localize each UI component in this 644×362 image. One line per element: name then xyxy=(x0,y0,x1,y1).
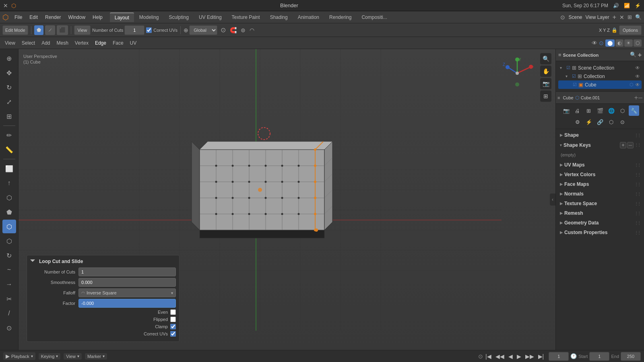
menu-help[interactable]: Help xyxy=(89,13,106,21)
smooth-tool[interactable]: ~ xyxy=(2,263,16,277)
prop-render-icon[interactable]: 📷 xyxy=(561,105,572,116)
even-checkbox[interactable] xyxy=(170,309,176,315)
workspace-tab-rendering[interactable]: Rendering xyxy=(324,13,356,22)
viewport-camera[interactable]: 📷 xyxy=(540,78,551,89)
add-scene-icon[interactable]: + xyxy=(613,14,616,21)
num-cuts-panel-input[interactable] xyxy=(78,267,176,276)
edge-slide-tool[interactable]: → xyxy=(2,278,16,291)
viewport-hand[interactable]: ✋ xyxy=(540,66,551,77)
rendered-shading-icon[interactable]: ☀ xyxy=(624,39,633,47)
prop-header-shape[interactable]: ▶ Shape xyxy=(557,131,642,140)
prop-scene-icon[interactable]: 🎬 xyxy=(595,105,605,116)
prop-particle-icon[interactable]: ⚙ xyxy=(572,117,583,127)
viewport-magnify[interactable]: 🔍 xyxy=(540,53,551,64)
overlay-icon[interactable]: ⊙ xyxy=(599,40,604,46)
h2-face[interactable]: Face xyxy=(110,39,126,47)
prop-header-face-maps[interactable]: ▶ Face Maps xyxy=(557,180,642,189)
cube-checkbox[interactable]: ☑ xyxy=(573,82,577,87)
add-mesh-tool[interactable]: ⬜ xyxy=(2,162,16,175)
prop-object-icon[interactable]: ⬡ xyxy=(617,105,628,116)
workspace-tab-uv-editing[interactable]: UV Editing xyxy=(194,13,227,22)
mesh-select-edge[interactable]: ⟋ xyxy=(45,25,55,35)
rendered-full-icon[interactable]: ⬡ xyxy=(634,39,642,47)
keying-menu[interactable]: Keying ▾ xyxy=(39,353,61,360)
transform-tool[interactable]: ⊞ xyxy=(2,109,16,123)
loop-cut-tool[interactable]: ⬡ xyxy=(2,220,16,233)
camera-view-icon[interactable]: 👁 xyxy=(592,40,597,46)
prop-constraint-icon[interactable]: 🔗 xyxy=(595,117,605,127)
workspace-tab-shading[interactable]: Shading xyxy=(265,13,293,22)
play-btn[interactable]: ▶ xyxy=(515,352,523,360)
h2-view[interactable]: View xyxy=(2,39,18,47)
next-frame-btn[interactable]: ▶▶ xyxy=(524,352,536,360)
h2-add[interactable]: Add xyxy=(39,39,52,47)
prop-header-uv-maps[interactable]: ▶ UV Maps xyxy=(557,160,642,169)
prop-header-vertex-colors[interactable]: ▶ Vertex Colors xyxy=(557,170,642,179)
to-sphere-tool[interactable]: ⊙ xyxy=(2,321,16,335)
current-frame[interactable] xyxy=(549,352,569,361)
solid-shading-icon[interactable]: ⬤ xyxy=(605,39,615,47)
close-button[interactable]: ✕ xyxy=(3,2,8,9)
mesh-select-face[interactable]: ⬛ xyxy=(57,25,68,35)
correct-uvs-checkbox[interactable] xyxy=(146,27,152,33)
tree-scene-collection[interactable]: ▾ ☑ ⊞ Scene Collection 👁 xyxy=(558,64,642,72)
h2-edge[interactable]: Edge xyxy=(93,39,109,47)
snap-icon[interactable]: 🧲 xyxy=(228,26,238,34)
menu-window[interactable]: Window xyxy=(65,13,89,21)
pivot-icon[interactable]: ⊙ xyxy=(219,25,227,35)
prop-world-icon[interactable]: 🌐 xyxy=(606,105,617,116)
prop-header-shape-keys[interactable]: ▾ Shape Keys + ─ xyxy=(557,140,642,150)
prop-output-icon[interactable]: 🖨 xyxy=(572,105,583,116)
shear-tool[interactable]: / xyxy=(2,306,16,320)
view-mode-btn[interactable]: View xyxy=(74,25,91,35)
menu-render[interactable]: Render xyxy=(42,13,64,21)
rip-tool[interactable]: ✂ xyxy=(2,292,16,306)
cursor-tool[interactable]: ⊕ xyxy=(2,51,16,65)
poly-build-tool[interactable]: ⬡ xyxy=(2,234,16,248)
tree-cube[interactable]: ☑ ▣ Cube ⬡ 👁 xyxy=(558,80,642,89)
start-frame[interactable] xyxy=(589,352,609,361)
smoothness-input[interactable] xyxy=(78,278,176,287)
h2-uv[interactable]: UV xyxy=(128,39,139,47)
viewport[interactable]: User Perspective (1) Cube 🔍 ✋ 📷 ⊞ Y X Z xyxy=(19,49,555,350)
marker-menu[interactable]: Marker ▾ xyxy=(85,353,107,360)
end-frame[interactable] xyxy=(621,352,641,361)
h2-vertex[interactable]: Vertex xyxy=(72,39,91,47)
outliner-filter[interactable]: 🔍 xyxy=(630,51,636,59)
inset-tool[interactable]: ⬡ xyxy=(2,191,16,204)
tree-eye-collection[interactable]: 👁 xyxy=(635,74,640,79)
mesh-select-vert[interactable]: ⬟ xyxy=(34,25,43,35)
outliner-add[interactable]: + xyxy=(638,51,642,59)
proportional-icon[interactable]: ⊚ xyxy=(239,26,247,34)
prop-material-icon[interactable]: ⊙ xyxy=(617,117,628,127)
workspace-tab-animation[interactable]: Animation xyxy=(293,13,324,22)
workspace-tab-modeling[interactable]: Modeling xyxy=(134,13,164,22)
spin-tool[interactable]: ↻ xyxy=(2,249,16,262)
workspace-tab-compositing[interactable]: Compositi... xyxy=(357,13,392,22)
flipped-checkbox[interactable] xyxy=(170,317,176,322)
view-menu[interactable]: View ▾ xyxy=(64,353,82,360)
prev-keyframe-btn[interactable]: ◀◀ xyxy=(494,352,506,360)
jump-end-btn[interactable]: ▶| xyxy=(537,352,546,360)
prop-header-normals[interactable]: ▶ Normals xyxy=(557,189,642,198)
material-shading-icon[interactable]: ◐ xyxy=(615,39,623,47)
prop-header-texture-space[interactable]: ▶ Texture Space xyxy=(557,199,642,208)
prop-header-remesh[interactable]: ▶ Remesh xyxy=(557,209,642,218)
rotate-tool[interactable]: ↻ xyxy=(2,80,16,94)
scene-dropdown[interactable]: Scene xyxy=(568,14,582,20)
prop-header-geometry-data[interactable]: ▶ Geometry Data xyxy=(557,218,642,227)
viewport-collapse-right[interactable]: ‹ xyxy=(550,193,555,206)
falloff-dropdown[interactable]: ◠ Inverse Square ▾ xyxy=(78,288,176,297)
props-add-btn[interactable]: + xyxy=(634,94,638,101)
shape-keys-add[interactable]: + xyxy=(620,142,626,148)
options-button[interactable]: Options xyxy=(619,25,642,35)
move-tool[interactable]: ✥ xyxy=(2,66,16,80)
factor-input[interactable] xyxy=(78,299,176,308)
workspace-tab-layout[interactable]: Layout xyxy=(110,12,134,22)
scale-tool[interactable]: ⤢ xyxy=(2,95,16,109)
scene-collection-checkbox[interactable]: ☑ xyxy=(566,65,570,70)
prop-physics-icon[interactable]: ⚡ xyxy=(584,117,594,127)
num-cuts-input[interactable] xyxy=(124,25,144,35)
shape-keys-remove[interactable]: ─ xyxy=(627,142,634,148)
measure-tool[interactable]: 📏 xyxy=(2,143,16,156)
